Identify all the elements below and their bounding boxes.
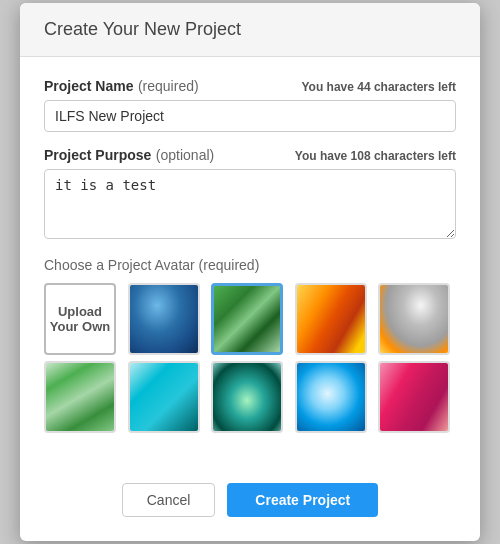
avatar-item-5[interactable]: [44, 361, 116, 433]
project-name-label-row: Project Name (required) You have 44 char…: [44, 77, 456, 95]
project-purpose-group: Project Purpose (optional) You have 108 …: [44, 146, 456, 243]
avatar-item-3[interactable]: [295, 283, 367, 355]
project-name-chars: You have 44 characters left: [301, 80, 456, 94]
modal-body: Project Name (required) You have 44 char…: [20, 57, 480, 473]
project-purpose-label: Project Purpose (optional): [44, 146, 214, 164]
avatar-item-4[interactable]: [378, 283, 450, 355]
avatar-upload-own[interactable]: Upload Your Own: [44, 283, 116, 355]
modal-header: Create Your New Project: [20, 3, 480, 57]
project-name-label: Project Name (required): [44, 77, 199, 95]
avatar-item-6[interactable]: [128, 361, 200, 433]
avatar-section: Choose a Project Avatar (required) Uploa…: [44, 257, 456, 433]
create-project-button[interactable]: Create Project: [227, 483, 378, 517]
project-purpose-chars: You have 108 characters left: [295, 149, 456, 163]
avatar-item-7[interactable]: [211, 361, 283, 433]
project-purpose-label-row: Project Purpose (optional) You have 108 …: [44, 146, 456, 164]
modal-title: Create Your New Project: [44, 19, 456, 40]
avatar-item-1[interactable]: [128, 283, 200, 355]
cancel-button[interactable]: Cancel: [122, 483, 216, 517]
modal-footer: Cancel Create Project: [20, 473, 480, 541]
avatar-item-8[interactable]: [295, 361, 367, 433]
avatar-label: Choose a Project Avatar (required): [44, 257, 456, 273]
project-purpose-input[interactable]: it is a test: [44, 169, 456, 239]
avatar-item-9[interactable]: [378, 361, 450, 433]
avatar-item-2[interactable]: [211, 283, 283, 355]
project-name-group: Project Name (required) You have 44 char…: [44, 77, 456, 132]
avatar-grid: Upload Your Own: [44, 283, 456, 433]
create-project-modal: Create Your New Project Project Name (re…: [20, 3, 480, 541]
project-name-input[interactable]: [44, 100, 456, 132]
